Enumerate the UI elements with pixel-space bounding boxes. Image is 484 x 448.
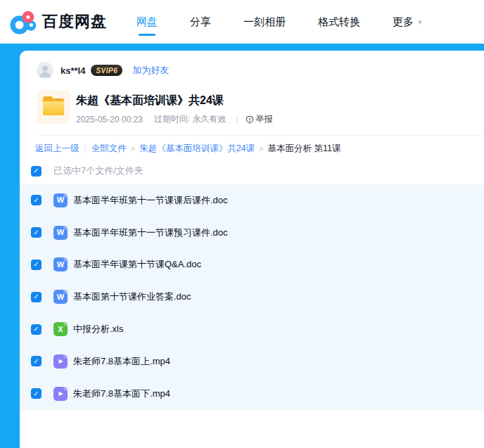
check-icon: ✓	[33, 261, 39, 268]
file-row[interactable]: ✓ W 基本面第十节课作业答案.doc	[20, 281, 484, 313]
video-file-icon: ▶	[53, 354, 68, 369]
user-silhouette-icon	[37, 62, 53, 79]
app-logo[interactable]: 百度网盘	[10, 8, 107, 36]
sharer-row: ks**l4 SVIP6 加为好友	[37, 62, 467, 79]
check-icon: ✓	[33, 293, 39, 300]
nav-item-label: 网盘	[136, 15, 158, 29]
file-name[interactable]: 基本面半年课第十节课Q&A.doc	[73, 258, 201, 271]
folder-icon-front	[43, 101, 64, 115]
file-type-glyph: W	[57, 261, 64, 269]
file-type-glyph: ▶	[58, 359, 63, 364]
file-type-glyph: X	[58, 326, 63, 333]
share-card: ks**l4 SVIP6 加为好友 朱超《基本面培训课》共24课 2025-05…	[20, 51, 484, 448]
check-icon: ✓	[33, 197, 39, 204]
file-name[interactable]: 基本面半年班第十一节课预习课件.doc	[73, 226, 228, 239]
file-name[interactable]: 中报分析.xls	[73, 323, 124, 335]
avatar[interactable]	[37, 62, 53, 79]
file-checkbox[interactable]: ✓	[31, 292, 42, 302]
sharer-name: ks**l4	[60, 65, 85, 76]
report-button[interactable]: 举报	[246, 113, 273, 125]
nav-item-label: 更多	[393, 15, 414, 29]
file-row[interactable]: ✓ W 基本面半年课第十节课Q&A.doc	[20, 249, 484, 281]
breadcrumb-item[interactable]: 朱超《基本面培训课》共24课	[139, 143, 255, 155]
check-icon: ✓	[33, 358, 39, 365]
file-checkbox[interactable]: ✓	[31, 324, 42, 335]
nav-item-分享[interactable]: 分享 ▾	[190, 0, 211, 44]
share-meta: 2025-05-20 00:23 过期时间: 永久有效 | 举报	[76, 113, 273, 125]
share-info-section: 朱超《基本面培训课》共24课 2025-05-20 00:23 过期时间: 永久…	[37, 90, 467, 125]
report-label: 举报	[256, 113, 273, 125]
breadcrumb-separator: >	[259, 144, 263, 153]
main-nav: 网盘 ▾ 分享 ▾ 一刻相册 ▾ 格式转换 ▾ 更多 ▾	[136, 0, 454, 44]
breadcrumb-pipe: |	[84, 143, 87, 153]
file-name[interactable]: 基本面半年班第十一节课课后课件.doc	[73, 194, 228, 207]
file-type-glyph: W	[57, 229, 64, 236]
app-title: 百度网盘	[42, 11, 107, 32]
file-checkbox[interactable]: ✓	[31, 388, 42, 399]
file-row[interactable]: ✓ ▶ 朱老师7.8基本面上.mp4	[20, 345, 484, 378]
nav-item-label: 一刻相册	[243, 15, 286, 29]
selection-summary-row: ✓ 已选中7个文件/文件夹	[31, 162, 484, 179]
back-up-level-link[interactable]: 返回上一级	[35, 143, 79, 155]
selection-summary: 已选中7个文件/文件夹	[53, 165, 144, 177]
word-file-icon: W	[53, 226, 68, 240]
file-type-glyph: ▶	[58, 391, 63, 397]
word-file-icon: W	[53, 290, 68, 304]
nav-item-label: 格式转换	[318, 15, 360, 29]
check-icon: ✓	[33, 390, 39, 397]
file-type-glyph: W	[57, 293, 64, 301]
report-shield-icon	[246, 115, 254, 124]
file-name[interactable]: 朱老师7.8基本面上.mp4	[73, 355, 170, 368]
check-icon: ✓	[33, 229, 39, 236]
breadcrumb-separator: >	[131, 144, 135, 153]
breadcrumb-trail: 全部文件>朱超《基本面培训课》共24课>基本面分析 第11课	[91, 143, 341, 155]
file-name[interactable]: 朱老师7.8基本面下.mp4	[73, 388, 170, 400]
breadcrumb-item[interactable]: 全部文件	[91, 143, 127, 155]
chevron-down-icon: ▾	[418, 18, 422, 27]
check-icon: ✓	[33, 326, 39, 333]
word-file-icon: W	[53, 193, 68, 207]
page-background: ks**l4 SVIP6 加为好友 朱超《基本面培训课》共24课 2025-05…	[0, 44, 484, 448]
nav-item-label: 分享	[190, 15, 211, 29]
nav-item-更多[interactable]: 更多 ▾	[393, 0, 422, 44]
add-friend-button[interactable]: 加为好友	[132, 64, 169, 77]
file-list: ✓ W 基本面半年班第十一节课课后课件.doc ✓ W 基本面半年班第十一节课预…	[20, 184, 484, 410]
word-file-icon: W	[53, 257, 68, 271]
nav-item-网盘[interactable]: 网盘 ▾	[136, 0, 158, 44]
baidu-netdisk-logo-icon	[10, 8, 38, 36]
file-checkbox[interactable]: ✓	[31, 227, 42, 238]
file-checkbox[interactable]: ✓	[31, 260, 42, 270]
nav-item-一刻相册[interactable]: 一刻相册 ▾	[243, 0, 286, 44]
section-divider	[37, 135, 484, 136]
file-row[interactable]: ✓ ▶ 朱老师7.8基本面下.mp4	[20, 378, 484, 410]
file-type-glyph: W	[57, 196, 64, 204]
file-checkbox[interactable]: ✓	[31, 195, 42, 205]
share-expire: 过期时间: 永久有效	[154, 113, 227, 125]
file-name[interactable]: 基本面第十节课作业答案.doc	[73, 290, 191, 303]
meta-divider: |	[236, 115, 238, 124]
nav-item-格式转换[interactable]: 格式转换 ▾	[318, 0, 360, 44]
share-title: 朱超《基本面培训课》共24课	[76, 94, 273, 108]
check-icon: ✓	[33, 167, 39, 174]
active-tab-underline	[139, 34, 155, 36]
breadcrumb: 返回上一级 | 全部文件>朱超《基本面培训课》共24课>基本面分析 第11课	[35, 141, 467, 155]
share-date: 2025-05-20 00:23	[76, 115, 143, 124]
folder-icon	[37, 90, 70, 124]
svip-badge: SVIP6	[91, 65, 122, 76]
file-row[interactable]: ✓ X 中报分析.xls	[20, 313, 484, 345]
file-row[interactable]: ✓ W 基本面半年班第十一节课课后课件.doc	[20, 184, 484, 217]
file-row[interactable]: ✓ W 基本面半年班第十一节课预习课件.doc	[20, 217, 484, 249]
video-file-icon: ▶	[53, 387, 68, 401]
file-checkbox[interactable]: ✓	[31, 356, 42, 366]
share-info: 朱超《基本面培训课》共24课 2025-05-20 00:23 过期时间: 永久…	[76, 90, 273, 125]
top-header: 百度网盘 网盘 ▾ 分享 ▾ 一刻相册 ▾ 格式转换 ▾ 更多 ▾	[0, 0, 484, 44]
excel-file-icon: X	[53, 322, 68, 336]
select-all-checkbox[interactable]: ✓	[31, 166, 42, 177]
breadcrumb-item: 基本面分析 第11课	[268, 143, 341, 155]
